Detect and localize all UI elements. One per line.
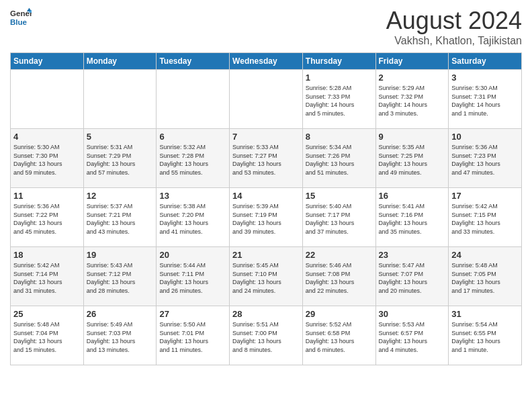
subtitle: Vakhsh, Khatlon, Tajikistan [386,35,522,47]
day-cell: 27Sunrise: 5:50 AM Sunset: 7:01 PM Dayli… [157,306,230,365]
day-info: Sunrise: 5:28 AM Sunset: 7:33 PM Dayligh… [306,84,373,118]
calendar-table: SundayMondayTuesdayWednesdayThursdayFrid… [10,52,522,365]
day-info: Sunrise: 5:41 AM Sunset: 7:16 PM Dayligh… [379,202,446,236]
day-info: Sunrise: 5:39 AM Sunset: 7:19 PM Dayligh… [232,202,300,236]
day-number: 1 [306,73,373,83]
day-info: Sunrise: 5:30 AM Sunset: 7:31 PM Dayligh… [451,84,519,118]
day-info: Sunrise: 5:49 AM Sunset: 7:03 PM Dayligh… [87,320,154,354]
day-cell: 18Sunrise: 5:42 AM Sunset: 7:14 PM Dayli… [11,247,84,306]
logo-icon: General Blue [10,7,32,28]
week-row-4: 18Sunrise: 5:42 AM Sunset: 7:14 PM Dayli… [11,247,522,306]
day-cell [157,70,230,129]
day-number: 12 [87,191,154,201]
day-cell: 4Sunrise: 5:30 AM Sunset: 7:30 PM Daylig… [11,129,84,188]
day-number: 14 [232,191,300,201]
day-cell: 23Sunrise: 5:47 AM Sunset: 7:07 PM Dayli… [375,247,449,306]
week-row-1: 1Sunrise: 5:28 AM Sunset: 7:33 PM Daylig… [11,70,522,129]
week-row-3: 11Sunrise: 5:36 AM Sunset: 7:22 PM Dayli… [11,188,522,247]
day-info: Sunrise: 5:52 AM Sunset: 6:58 PM Dayligh… [306,320,373,354]
day-cell [83,70,157,129]
day-info: Sunrise: 5:36 AM Sunset: 7:23 PM Dayligh… [451,143,519,177]
day-info: Sunrise: 5:37 AM Sunset: 7:21 PM Dayligh… [87,202,154,236]
day-info: Sunrise: 5:48 AM Sunset: 7:04 PM Dayligh… [13,320,81,354]
day-number: 28 [232,309,300,319]
day-cell: 26Sunrise: 5:49 AM Sunset: 7:03 PM Dayli… [83,306,157,365]
day-number: 6 [159,132,226,142]
day-cell: 29Sunrise: 5:52 AM Sunset: 6:58 PM Dayli… [302,306,375,365]
day-number: 17 [451,191,519,201]
day-number: 27 [159,309,226,319]
month-title: August 2024 [386,7,522,35]
day-number: 21 [232,250,300,260]
day-info: Sunrise: 5:42 AM Sunset: 7:14 PM Dayligh… [13,261,81,295]
day-info: Sunrise: 5:38 AM Sunset: 7:20 PM Dayligh… [159,202,226,236]
day-cell: 11Sunrise: 5:36 AM Sunset: 7:22 PM Dayli… [11,188,84,247]
day-number: 23 [379,250,446,260]
svg-text:Blue: Blue [10,18,28,26]
col-header-saturday: Saturday [449,53,522,70]
day-number: 19 [87,250,154,260]
day-number: 16 [379,191,446,201]
page-container: General Blue August 2024 Vakhsh, Khatlon… [0,0,532,372]
day-info: Sunrise: 5:36 AM Sunset: 7:22 PM Dayligh… [13,202,81,236]
day-cell: 1Sunrise: 5:28 AM Sunset: 7:33 PM Daylig… [302,70,375,129]
header: General Blue August 2024 Vakhsh, Khatlon… [10,7,522,47]
day-info: Sunrise: 5:31 AM Sunset: 7:29 PM Dayligh… [87,143,154,177]
day-number: 9 [379,132,446,142]
day-number: 24 [451,250,519,260]
day-info: Sunrise: 5:30 AM Sunset: 7:30 PM Dayligh… [13,143,81,177]
day-cell: 9Sunrise: 5:35 AM Sunset: 7:25 PM Daylig… [375,129,449,188]
week-row-5: 25Sunrise: 5:48 AM Sunset: 7:04 PM Dayli… [11,306,522,365]
day-cell: 17Sunrise: 5:42 AM Sunset: 7:15 PM Dayli… [449,188,522,247]
day-number: 4 [13,132,81,142]
col-header-thursday: Thursday [302,53,375,70]
day-cell: 13Sunrise: 5:38 AM Sunset: 7:20 PM Dayli… [157,188,230,247]
day-cell: 19Sunrise: 5:43 AM Sunset: 7:12 PM Dayli… [83,247,157,306]
day-number: 10 [451,132,519,142]
day-cell: 10Sunrise: 5:36 AM Sunset: 7:23 PM Dayli… [449,129,522,188]
day-number: 15 [306,191,373,201]
day-cell: 14Sunrise: 5:39 AM Sunset: 7:19 PM Dayli… [230,188,303,247]
day-cell [230,70,303,129]
day-info: Sunrise: 5:33 AM Sunset: 7:27 PM Dayligh… [232,143,300,177]
day-cell: 7Sunrise: 5:33 AM Sunset: 7:27 PM Daylig… [230,129,303,188]
day-cell: 24Sunrise: 5:48 AM Sunset: 7:05 PM Dayli… [449,247,522,306]
day-info: Sunrise: 5:35 AM Sunset: 7:25 PM Dayligh… [379,143,446,177]
day-cell: 30Sunrise: 5:53 AM Sunset: 6:57 PM Dayli… [375,306,449,365]
day-number: 5 [87,132,154,142]
day-number: 30 [379,309,446,319]
day-number: 7 [232,132,300,142]
day-cell: 20Sunrise: 5:44 AM Sunset: 7:11 PM Dayli… [157,247,230,306]
day-number: 29 [306,309,373,319]
title-area: August 2024 Vakhsh, Khatlon, Tajikistan [386,7,522,47]
day-number: 8 [306,132,373,142]
day-number: 31 [451,309,519,319]
day-cell [11,70,84,129]
day-info: Sunrise: 5:54 AM Sunset: 6:55 PM Dayligh… [451,320,519,354]
day-number: 3 [451,73,519,83]
day-number: 11 [13,191,81,201]
day-cell: 3Sunrise: 5:30 AM Sunset: 7:31 PM Daylig… [449,70,522,129]
day-info: Sunrise: 5:44 AM Sunset: 7:11 PM Dayligh… [159,261,226,295]
day-cell: 25Sunrise: 5:48 AM Sunset: 7:04 PM Dayli… [11,306,84,365]
day-number: 13 [159,191,226,201]
day-cell: 31Sunrise: 5:54 AM Sunset: 6:55 PM Dayli… [449,306,522,365]
day-number: 22 [306,250,373,260]
day-cell: 22Sunrise: 5:46 AM Sunset: 7:08 PM Dayli… [302,247,375,306]
day-info: Sunrise: 5:47 AM Sunset: 7:07 PM Dayligh… [379,261,446,295]
day-info: Sunrise: 5:48 AM Sunset: 7:05 PM Dayligh… [451,261,519,295]
day-info: Sunrise: 5:42 AM Sunset: 7:15 PM Dayligh… [451,202,519,236]
day-info: Sunrise: 5:50 AM Sunset: 7:01 PM Dayligh… [159,320,226,354]
day-cell: 12Sunrise: 5:37 AM Sunset: 7:21 PM Dayli… [83,188,157,247]
day-info: Sunrise: 5:45 AM Sunset: 7:10 PM Dayligh… [232,261,300,295]
col-header-tuesday: Tuesday [157,53,230,70]
day-number: 2 [379,73,446,83]
day-cell: 21Sunrise: 5:45 AM Sunset: 7:10 PM Dayli… [230,247,303,306]
day-cell: 8Sunrise: 5:34 AM Sunset: 7:26 PM Daylig… [302,129,375,188]
day-info: Sunrise: 5:46 AM Sunset: 7:08 PM Dayligh… [306,261,373,295]
day-info: Sunrise: 5:40 AM Sunset: 7:17 PM Dayligh… [306,202,373,236]
day-cell: 28Sunrise: 5:51 AM Sunset: 7:00 PM Dayli… [230,306,303,365]
col-header-wednesday: Wednesday [230,53,303,70]
col-header-friday: Friday [375,53,449,70]
day-number: 26 [87,309,154,319]
